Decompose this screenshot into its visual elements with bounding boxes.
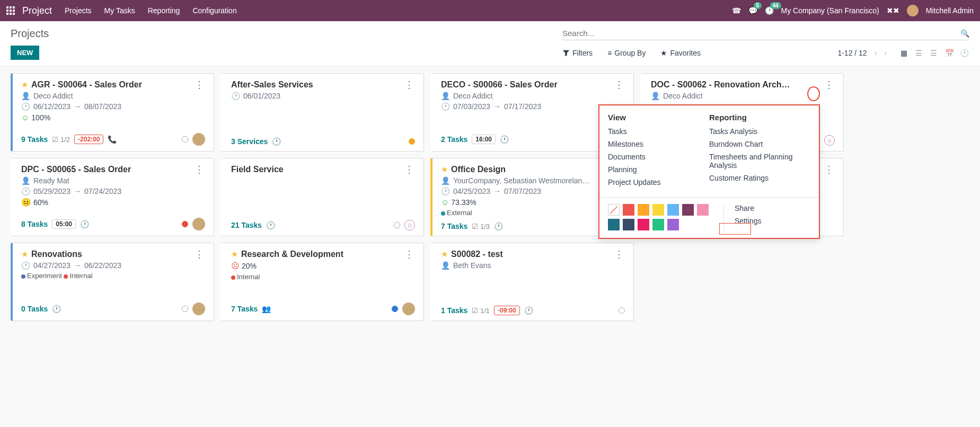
color-swatch[interactable] [608, 204, 620, 216]
users-icon[interactable]: 👥 [262, 305, 271, 313]
assignee-avatar[interactable] [192, 303, 205, 315]
activity-clock-icon[interactable]: 🕐 [272, 137, 281, 146]
state-dot[interactable] [619, 307, 625, 314]
phone-icon[interactable]: 📞 [108, 135, 117, 144]
favorite-star-icon[interactable]: ★ [21, 250, 28, 259]
state-dot[interactable] [409, 138, 415, 145]
card-menu-icon[interactable]: ⋮ [193, 250, 205, 259]
tasks-link[interactable]: 0 Tasks [21, 305, 48, 313]
popover-item[interactable]: Tasks Analysis [709, 127, 810, 136]
popover-item[interactable]: Tasks [608, 127, 709, 136]
color-swatch[interactable] [638, 204, 649, 216]
card-menu-icon[interactable]: ⋮ [823, 165, 835, 174]
list-view-icon[interactable]: ☰ [915, 49, 925, 57]
favorite-star-icon[interactable]: ★ [441, 250, 448, 259]
color-swatch[interactable] [667, 219, 679, 230]
state-dot[interactable] [182, 221, 188, 227]
card-menu-icon[interactable]: ⋮ [193, 80, 205, 90]
nav-configuration[interactable]: Configuration [192, 6, 236, 15]
user-name[interactable]: Mitchell Admin [926, 6, 974, 15]
company-selector[interactable]: My Company (San Francisco) [781, 6, 879, 15]
activity-clock-icon[interactable]: 🕐 [266, 221, 275, 229]
popover-item[interactable]: Planning [608, 165, 709, 174]
activity-clock-icon[interactable]: 🕐 [494, 222, 503, 230]
calendar-view-icon[interactable]: 📅 [945, 49, 955, 57]
tasks-link[interactable]: 9 Tasks [21, 135, 48, 144]
popover-item[interactable]: Timesheets and Planning Analysis [709, 153, 810, 170]
search-input[interactable] [562, 29, 960, 38]
project-card[interactable]: After-Sales Services⋮🕐06/01/20233 Servic… [220, 73, 424, 152]
popover-item[interactable]: Project Updates [608, 178, 709, 186]
color-swatch[interactable] [697, 204, 709, 216]
color-swatch[interactable] [623, 204, 634, 216]
favorite-star-icon[interactable]: ★ [231, 250, 238, 259]
activity-clock-icon[interactable]: 🕐 [80, 220, 89, 228]
state-dot[interactable] [182, 306, 188, 312]
card-menu-icon[interactable]: ⋮ [403, 165, 415, 174]
card-menu-icon[interactable]: ⋮ [613, 80, 625, 90]
card-menu-icon[interactable]: ⋮ [823, 80, 835, 90]
color-swatch[interactable] [623, 219, 634, 230]
activity-clock-icon[interactable]: 🕐 [500, 135, 509, 144]
project-card[interactable]: Field Service⋮21 Tasks🕐☺ [220, 158, 424, 236]
assignee-avatar[interactable] [192, 218, 205, 230]
project-card[interactable]: ★S00082 - test⋮👤Beth Evans1 Tasks☑ 1/1-0… [430, 243, 634, 321]
popover-item[interactable]: Customer Ratings [709, 174, 810, 182]
card-menu-icon[interactable]: ⋮ [403, 250, 415, 259]
tasks-link[interactable]: 1 Tasks [441, 306, 467, 315]
tasks-link[interactable]: 2 Tasks [441, 135, 467, 144]
activity-clock-icon[interactable]: 🕐 [52, 305, 61, 313]
assignee-avatar[interactable] [402, 303, 415, 315]
popover-item-share[interactable]: Share [735, 204, 762, 212]
popover-item[interactable]: Burndown Chart [709, 140, 810, 148]
popover-item-settings[interactable]: Settings [735, 217, 762, 225]
activity-view-icon[interactable]: 🕐 [960, 49, 969, 57]
tasks-link[interactable]: 21 Tasks [231, 221, 262, 229]
state-dot[interactable] [182, 136, 188, 143]
user-avatar[interactable] [907, 5, 919, 16]
project-card[interactable]: DPC - S00065 - Sales Order⋮👤Ready Mat🕐05… [11, 158, 214, 236]
popover-item[interactable]: Milestones [608, 140, 709, 148]
favorite-star-icon[interactable]: ★ [21, 80, 28, 90]
voip-icon[interactable]: ☎ [732, 6, 741, 15]
activity-icon[interactable]: 🕐44 [765, 6, 774, 15]
tasks-link[interactable]: 8 Tasks [21, 220, 48, 228]
gantt-view-icon[interactable]: ☰ [930, 49, 940, 57]
project-card[interactable]: ★AGR - S00064 - Sales Order⋮👤Deco Addict… [11, 73, 214, 152]
tasks-link[interactable]: 7 Tasks [441, 222, 467, 230]
pager-prev[interactable]: ‹ [875, 49, 877, 57]
card-menu-icon[interactable]: ⋮ [613, 250, 625, 259]
card-menu-icon[interactable]: ⋮ [193, 165, 205, 174]
state-dot[interactable] [394, 222, 400, 228]
project-card[interactable]: ★Renovations⋮🕐04/27/2023→06/22/2023Exper… [11, 243, 214, 321]
color-swatch[interactable] [608, 219, 620, 230]
color-swatch[interactable] [638, 219, 649, 230]
favorite-star-icon[interactable]: ★ [441, 165, 448, 174]
color-swatch[interactable] [682, 204, 694, 216]
pager-next[interactable]: › [884, 49, 887, 57]
assignee-avatar[interactable] [192, 133, 205, 146]
messaging-icon[interactable]: 💬5 [748, 6, 757, 15]
new-button[interactable]: NEW [11, 46, 39, 60]
color-swatch[interactable] [667, 204, 679, 216]
filters-button[interactable]: Filters [562, 49, 593, 57]
popover-item[interactable]: Documents [608, 153, 709, 161]
favorites-button[interactable]: ★Favorites [660, 49, 701, 57]
tasks-link[interactable]: 7 Tasks [231, 305, 258, 313]
debug-icon[interactable]: ✖✖ [887, 6, 899, 15]
tasks-link[interactable]: 3 Services [231, 137, 268, 146]
project-card[interactable]: ★Research & Development⋮☹20%Internal 7 T… [220, 243, 424, 321]
card-menu-icon[interactable]: ⋮ [403, 80, 415, 90]
color-swatch[interactable] [652, 219, 664, 230]
kanban-view-icon[interactable]: ▦ [900, 49, 910, 57]
search-icon[interactable]: 🔍 [960, 29, 969, 38]
groupby-button[interactable]: ≡Group By [607, 49, 646, 57]
nav-projects[interactable]: Projects [65, 6, 92, 15]
nav-reporting[interactable]: Reporting [148, 6, 180, 15]
apps-icon[interactable] [6, 6, 15, 15]
nav-my-tasks[interactable]: My Tasks [104, 6, 135, 15]
color-swatch[interactable] [652, 204, 664, 216]
search-box[interactable]: 🔍 [562, 26, 969, 40]
activity-clock-icon[interactable]: 🕐 [524, 306, 533, 315]
state-dot[interactable] [392, 306, 398, 312]
